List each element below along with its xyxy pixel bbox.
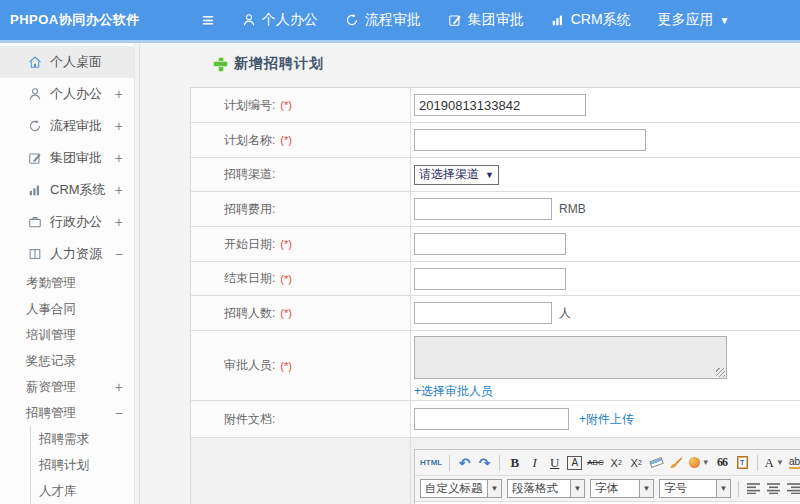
expand-plus-icon[interactable]: + bbox=[115, 150, 123, 166]
field-label: 计划名称: (*) bbox=[191, 123, 411, 157]
label-text: 招聘人数: bbox=[224, 305, 275, 322]
plan-name-input[interactable] bbox=[414, 129, 646, 151]
blockquote-button[interactable]: 66 bbox=[715, 453, 730, 473]
sidebar-item-recruit-plan[interactable]: 招聘计划 bbox=[31, 452, 139, 478]
attachment-input[interactable] bbox=[414, 408, 569, 430]
sidebar-item-label: 人力资源 bbox=[50, 245, 102, 263]
bold-button[interactable]: B bbox=[507, 453, 522, 473]
caret-down-icon: ▼ bbox=[485, 170, 494, 180]
paste-text-button[interactable]: T bbox=[735, 453, 750, 473]
sidebar-item-label: 人事合同 bbox=[26, 301, 76, 318]
sidebar-item-personal-office[interactable]: 个人办公 + bbox=[0, 78, 139, 110]
align-left-button[interactable] bbox=[746, 479, 761, 499]
flow-icon bbox=[345, 13, 359, 27]
plus-icon bbox=[214, 58, 227, 71]
sidebar-item-hr[interactable]: 人力资源 − bbox=[0, 238, 139, 270]
sidebar-item-label: 招聘管理 bbox=[26, 405, 76, 422]
align-right-button[interactable] bbox=[786, 479, 800, 499]
expand-plus-icon[interactable]: + bbox=[115, 182, 123, 198]
sub-small: 2 bbox=[638, 459, 642, 466]
html-source-button[interactable]: HTML bbox=[420, 453, 442, 473]
headcount-input[interactable] bbox=[414, 302, 552, 324]
italic-button[interactable]: I bbox=[527, 453, 542, 473]
font-size-dropdown[interactable]: 字号 ▼ bbox=[659, 479, 731, 498]
chart-icon bbox=[551, 13, 565, 27]
nav-label: CRM系统 bbox=[571, 11, 631, 29]
sidebar-item-recruit-demand[interactable]: 招聘需求 bbox=[31, 426, 139, 452]
field-value: HTML ↶ ↷ B I U A ABC X2 bbox=[411, 438, 800, 504]
format-paint-button[interactable]: ▼ bbox=[689, 453, 710, 473]
expand-plus-icon[interactable]: + bbox=[115, 118, 123, 134]
sidebar-item-desktop[interactable]: 个人桌面 bbox=[0, 46, 139, 78]
expand-plus-icon[interactable]: + bbox=[115, 379, 123, 395]
font-color-button[interactable]: A▼ bbox=[765, 453, 784, 473]
expand-minus-icon[interactable]: − bbox=[115, 246, 123, 262]
label-text: 审批人员: bbox=[224, 357, 275, 374]
resize-grip-icon[interactable] bbox=[716, 368, 725, 377]
field-label: 开始日期: (*) bbox=[191, 227, 411, 261]
sidebar-item-workflow-approval[interactable]: 流程审批 + bbox=[0, 110, 139, 142]
sup-base: X bbox=[611, 457, 618, 469]
field-value: RMB bbox=[411, 192, 800, 226]
eraser-button[interactable] bbox=[649, 453, 664, 473]
app-title: PHPOA协同办公软件 bbox=[0, 11, 160, 29]
eraser-icon bbox=[649, 457, 664, 468]
end-date-input[interactable] bbox=[414, 268, 566, 290]
format-brush-button[interactable] bbox=[669, 453, 684, 473]
cost-input[interactable] bbox=[414, 198, 552, 220]
redo-button[interactable]: ↷ bbox=[477, 453, 492, 473]
nav-more-apps[interactable]: 更多应用 ▼ bbox=[658, 11, 730, 29]
form-row-attachment: 附件文档: +附件上传 bbox=[191, 401, 800, 438]
label-text: 招聘费用: bbox=[224, 201, 275, 218]
nav-workflow-approval[interactable]: 流程审批 bbox=[345, 11, 421, 29]
custom-heading-dropdown[interactable]: 自定义标题 ▼ bbox=[420, 479, 502, 498]
sidebar-item-crm[interactable]: CRM系统 + bbox=[0, 174, 139, 206]
expand-plus-icon[interactable]: + bbox=[115, 86, 123, 102]
font-style-button[interactable]: A bbox=[567, 456, 582, 470]
sidebar-item-admin-office[interactable]: 行政办公 + bbox=[0, 206, 139, 238]
sidebar-scrollbar[interactable] bbox=[134, 43, 139, 504]
recruit-plan-form: 计划编号: (*) 计划名称: (*) bbox=[190, 87, 800, 504]
expand-plus-icon[interactable]: + bbox=[115, 214, 123, 230]
superscript-button[interactable]: X2 bbox=[609, 453, 624, 473]
highlight-button[interactable]: ab▼ bbox=[789, 453, 800, 473]
menu-icon[interactable]: ≡ bbox=[202, 10, 214, 30]
rich-text-editor: HTML ↶ ↷ B I U A ABC X2 bbox=[414, 449, 800, 504]
field-value: 请选择渠道 ▼ bbox=[411, 158, 800, 191]
align-center-button[interactable] bbox=[766, 479, 781, 499]
approvers-textarea[interactable] bbox=[414, 336, 727, 379]
sidebar-item-rewards[interactable]: 奖惩记录 bbox=[0, 348, 139, 374]
nav-crm-system[interactable]: CRM系统 bbox=[551, 11, 631, 29]
required-mark: (*) bbox=[280, 273, 292, 285]
channel-select[interactable]: 请选择渠道 ▼ bbox=[414, 165, 499, 185]
caret-down-icon: ▼ bbox=[702, 458, 710, 467]
plan-number-input[interactable] bbox=[414, 94, 586, 116]
field-value: +选择审批人员 bbox=[411, 331, 800, 400]
nav-personal-office[interactable]: 个人办公 bbox=[242, 11, 318, 29]
sidebar-item-salary[interactable]: 薪资管理 + bbox=[0, 374, 139, 400]
start-date-input[interactable] bbox=[414, 233, 566, 255]
select-approvers-link[interactable]: +选择审批人员 bbox=[414, 383, 493, 400]
required-mark: (*) bbox=[280, 307, 292, 319]
undo-button[interactable]: ↶ bbox=[457, 453, 472, 473]
sidebar-item-group-approval[interactable]: 集团审批 + bbox=[0, 142, 139, 174]
sidebar-item-attendance[interactable]: 考勤管理 bbox=[0, 270, 139, 296]
subscript-button[interactable]: X2 bbox=[629, 453, 644, 473]
paste-icon: T bbox=[737, 456, 748, 469]
sidebar-item-training[interactable]: 培训管理 bbox=[0, 322, 139, 348]
sidebar-item-recruit-mgmt[interactable]: 招聘管理 − bbox=[0, 400, 139, 426]
attachment-upload-link[interactable]: +附件上传 bbox=[579, 411, 634, 428]
sidebar-item-talent-pool[interactable]: 人才库 bbox=[31, 478, 139, 504]
strikethrough-button[interactable]: ABC bbox=[587, 453, 603, 473]
expand-minus-icon[interactable]: − bbox=[115, 405, 123, 421]
underline-button[interactable]: U bbox=[547, 453, 562, 473]
nav-group-approval[interactable]: 集团审批 bbox=[448, 11, 524, 29]
font-family-dropdown[interactable]: 字体 ▼ bbox=[590, 479, 654, 498]
sidebar-item-label: 流程审批 bbox=[50, 117, 102, 135]
label-text: 招聘渠道: bbox=[224, 166, 275, 183]
flow-icon bbox=[28, 119, 42, 133]
label-text: 计划名称: bbox=[224, 132, 275, 149]
sidebar-item-hr-contract[interactable]: 人事合同 bbox=[0, 296, 139, 322]
paragraph-format-dropdown[interactable]: 段落格式 ▼ bbox=[507, 479, 585, 498]
sidebar-item-label: 个人桌面 bbox=[50, 53, 102, 71]
